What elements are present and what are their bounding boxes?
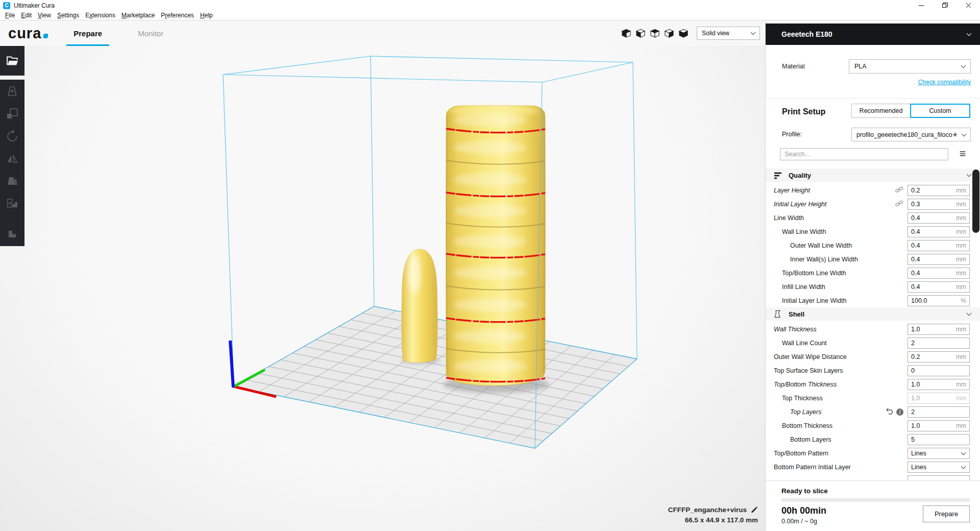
chevron-down-icon xyxy=(961,450,966,455)
minimize-button[interactable] xyxy=(910,0,933,11)
rotate-tool-icon xyxy=(6,130,19,143)
setting-row-top-bottom-thickness: Top/Bottom Thickness1.0mm xyxy=(766,377,980,391)
view-front-icon[interactable] xyxy=(635,29,646,38)
menu-edit[interactable]: Edit xyxy=(18,12,35,19)
menu-preferences[interactable]: Preferences xyxy=(158,12,197,19)
model-name: CFFFP_enganche+virus xyxy=(668,506,747,514)
material-value: PLA xyxy=(854,63,867,70)
undo-icon[interactable] xyxy=(886,408,893,416)
per-model-settings-tool[interactable] xyxy=(6,175,19,188)
settings-list: QualityLayer Height0.2mmInitial Layer He… xyxy=(766,168,980,480)
setting-select[interactable]: Lines xyxy=(908,462,970,473)
setting-input[interactable]: 0.2mm xyxy=(908,351,970,363)
z-axis xyxy=(230,341,233,388)
close-button[interactable] xyxy=(957,0,980,11)
slice-status: Ready to slice xyxy=(781,487,828,495)
setting-row-outer-wall-wipe-distance: Outer Wall Wipe Distance0.2mm xyxy=(766,350,980,364)
menu-file[interactable]: File xyxy=(2,12,18,19)
view-right-icon[interactable] xyxy=(678,29,689,38)
search-input[interactable] xyxy=(780,149,948,160)
scale-tool[interactable] xyxy=(6,107,19,120)
slice-progress-bar xyxy=(781,498,970,502)
setting-input[interactable] xyxy=(908,475,970,480)
tab-monitor[interactable]: Monitor xyxy=(130,20,172,46)
setting-select[interactable]: Lines xyxy=(908,448,970,459)
setting-input[interactable]: 0.4mm xyxy=(908,240,970,251)
setting-input[interactable]: 1.0mm xyxy=(908,324,970,335)
material-select[interactable]: PLA xyxy=(849,59,971,74)
menu-extensions[interactable]: Extensions xyxy=(82,12,118,19)
setting-row-top-layers: Top Layersf2 xyxy=(766,405,980,419)
setting-input[interactable]: 0.4mm xyxy=(908,254,970,265)
setting-label: Infill Line Width xyxy=(774,283,825,291)
menu-help[interactable]: Help xyxy=(197,12,216,19)
setting-row-initial-layer-line-width: Initial Layer Line Width100.0% xyxy=(766,294,980,307)
setting-input[interactable]: 1.0mm xyxy=(908,420,970,431)
check-compatibility-link[interactable]: Check compatibility xyxy=(918,79,971,86)
custom-mode-button[interactable]: Custom xyxy=(910,104,970,118)
setting-input[interactable]: 2 xyxy=(908,337,970,349)
chevron-down-icon xyxy=(961,464,966,469)
3d-viewport[interactable]: CFFFP_enganche+virus 66.5 x 44.9 x 117.0… xyxy=(0,46,765,531)
chevron-down-icon xyxy=(962,131,967,136)
cura-logo-dot xyxy=(43,34,48,38)
window-controls xyxy=(910,0,980,11)
settings-menu-icon[interactable]: ≡ xyxy=(960,148,966,160)
titlebar: C Ultimaker Cura xyxy=(0,0,980,11)
setting-row-bottom-pattern-initial-layer: Bottom Pattern Initial LayerLines xyxy=(766,460,980,474)
settings-scrollbar[interactable] xyxy=(972,170,979,233)
machine-selector[interactable]: Geeetech E180 xyxy=(766,23,980,45)
link-icon xyxy=(895,200,903,208)
menu-view[interactable]: View xyxy=(35,12,54,19)
setting-input[interactable]: 0.4mm xyxy=(908,268,970,279)
tab-prepare[interactable]: Prepare xyxy=(65,20,110,46)
view-left-icon[interactable] xyxy=(664,29,674,38)
material-label: Material xyxy=(782,63,804,70)
menu-marketplace[interactable]: Marketplace xyxy=(118,12,158,19)
setting-label: Initial Layer Height xyxy=(774,201,827,208)
recommended-mode-button[interactable]: Recommended xyxy=(851,104,910,118)
profile-select[interactable]: profilo_geeeteche180_cura_filoco ★ xyxy=(851,128,971,141)
rotate-tool[interactable] xyxy=(6,130,19,143)
setting-row-line-width: Line Width0.4mm xyxy=(766,211,980,225)
open-file-button[interactable] xyxy=(0,46,24,76)
setting-input[interactable]: 0 xyxy=(908,365,970,376)
setting-input[interactable]: 0.3mm xyxy=(908,199,970,210)
setting-input[interactable]: 0.4mm xyxy=(908,212,970,224)
view-3d-icon[interactable] xyxy=(621,29,631,38)
panel-divider xyxy=(766,98,980,99)
section-header-quality[interactable]: Quality xyxy=(766,168,980,182)
setting-row-wall-line-width: Wall Line Width0.4mm xyxy=(766,225,980,238)
view-top-icon[interactable] xyxy=(650,29,660,38)
chevron-down-icon xyxy=(967,311,972,316)
setting-input[interactable]: 100.0% xyxy=(908,295,970,306)
menu-settings[interactable]: Settings xyxy=(54,12,82,19)
setting-input[interactable]: 5 xyxy=(908,434,970,445)
setting-input[interactable]: 0.4mm xyxy=(908,281,970,293)
model-tower[interactable] xyxy=(446,106,545,385)
model-bullet[interactable] xyxy=(402,249,437,363)
section-header-shell[interactable]: Shell xyxy=(766,307,980,321)
chevron-down-icon xyxy=(967,31,972,36)
setting-input[interactable]: 0.2mm xyxy=(908,185,970,196)
setting-row-top-thickness: Top Thickness1.0mm xyxy=(766,391,980,405)
setting-input[interactable]: 1.0mm xyxy=(908,379,970,390)
setting-row-layer-height: Layer Height0.2mm xyxy=(766,183,980,197)
setting-input[interactable]: 0.4mm xyxy=(908,226,970,237)
setting-row-outer-wall-line-width: Outer Wall Line Width0.4mm xyxy=(766,238,980,252)
prepare-button[interactable]: Prepare xyxy=(923,505,970,522)
rename-pencil-icon[interactable] xyxy=(750,506,758,514)
setting-input[interactable]: 2 xyxy=(908,406,970,418)
close-icon xyxy=(966,3,971,8)
setting-row-top-bottom-pattern: Top/Bottom PatternLines xyxy=(766,446,980,460)
move-tool-icon xyxy=(6,85,19,98)
move-tool[interactable] xyxy=(6,85,19,98)
mirror-tool[interactable] xyxy=(6,152,19,165)
restore-button[interactable] xyxy=(933,0,957,11)
custom-supports-tool[interactable] xyxy=(6,227,19,240)
support-blocker-tool[interactable] xyxy=(6,197,19,210)
camera-preset-bar xyxy=(621,29,689,38)
view-mode-select[interactable]: Solid view xyxy=(697,27,760,40)
setting-label: Bottom Thickness xyxy=(774,422,832,429)
setting-row-top-surface-skin-layers: Top Surface Skin Layers0 xyxy=(766,364,980,377)
